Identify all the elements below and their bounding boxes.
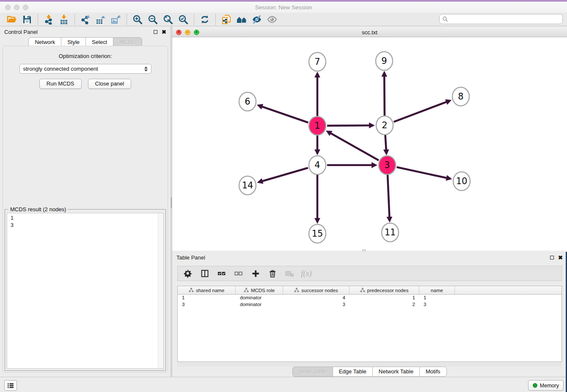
graph-edge-2-9[interactable]: [384, 73, 385, 116]
toolbar-separator: [74, 14, 75, 25]
sort-hierarchy-icon: [189, 288, 194, 293]
zoom-selected-button[interactable]: [176, 14, 191, 25]
optimization-criterion-label: Optimization criterion:: [3, 53, 168, 59]
graph-node-3[interactable]: 3: [379, 156, 396, 174]
graph-node-15[interactable]: 15: [309, 224, 326, 243]
graph-edge-2-3[interactable]: [385, 135, 386, 153]
search-box[interactable]: [439, 14, 563, 24]
svg-text:1: 1: [314, 121, 320, 131]
table-tabs: Node TableEdge TableNetwork TableMotifs: [172, 367, 567, 377]
table-panel-title: Table Panel: [176, 254, 205, 261]
graph-edge-1-2[interactable]: [327, 125, 373, 126]
graph-edge-2-8[interactable]: [394, 101, 450, 122]
column-header-predecessor-nodes[interactable]: predecessor nodes: [350, 286, 419, 294]
column-header-MCDS-role[interactable]: MCDS role: [236, 286, 283, 294]
graph-node-14[interactable]: 14: [239, 176, 256, 195]
graph-edge-4-14[interactable]: [259, 168, 308, 182]
table-cell[interactable]: 3: [283, 301, 350, 308]
import-table-button[interactable]: [56, 14, 72, 25]
column-header-successor-nodes[interactable]: successor nodes: [283, 286, 350, 294]
table-cell[interactable]: 3: [178, 301, 236, 308]
graph-node-1[interactable]: 1: [309, 116, 326, 135]
graph-node-8[interactable]: 8: [452, 87, 469, 106]
tab-edge-table[interactable]: Edge Table: [333, 367, 373, 377]
hide-selected-button[interactable]: [249, 14, 264, 25]
table-cell[interactable]: 1: [419, 295, 455, 301]
add-row-button[interactable]: [250, 268, 261, 279]
delete-table-button: [284, 268, 295, 279]
delete-table-icon: [285, 269, 294, 278]
export-network-button[interactable]: [78, 14, 93, 25]
graph-node-2[interactable]: 2: [376, 116, 393, 135]
zoom-in-icon: [132, 14, 143, 25]
close-panel-button[interactable]: Close panel: [88, 79, 132, 89]
float-panel-icon[interactable]: [154, 30, 157, 34]
table-cell[interactable]: 1: [178, 295, 236, 301]
float-table-panel-icon[interactable]: [550, 256, 554, 259]
table-cell[interactable]: 3: [419, 301, 455, 308]
graph-edge-3-10[interactable]: [396, 167, 450, 179]
close-table-panel-icon[interactable]: ✖: [558, 255, 563, 260]
graph-node-10[interactable]: 10: [453, 172, 470, 190]
hide-selected-icon: [252, 14, 262, 25]
mcds-result-text[interactable]: 13: [7, 213, 164, 369]
task-history-button[interactable]: [4, 380, 17, 391]
tab-network-table[interactable]: Network Table: [372, 367, 420, 377]
delete-row-button[interactable]: [267, 268, 278, 279]
export-image-icon: [111, 14, 121, 25]
table-cell[interactable]: dominator: [236, 295, 283, 301]
save-session-button[interactable]: [19, 14, 35, 25]
table-row[interactable]: 3dominator323: [178, 301, 561, 308]
run-mcds-button[interactable]: Run MCDS: [39, 79, 82, 89]
optimization-criterion-select[interactable]: strongly connected component: [19, 64, 151, 74]
add-row-icon: [251, 269, 260, 278]
search-input[interactable]: [448, 15, 562, 23]
graph-node-7[interactable]: 7: [309, 52, 326, 71]
table-cell[interactable]: 1: [350, 295, 419, 301]
table-cell[interactable]: 4: [283, 295, 350, 301]
zoom-out-button[interactable]: [145, 14, 160, 25]
zoom-fit-icon: [163, 14, 173, 25]
svg-text:3: 3: [384, 160, 390, 170]
graph-node-4[interactable]: 4: [309, 156, 326, 174]
select-all-button[interactable]: [217, 268, 227, 279]
apply-layout-button[interactable]: [197, 14, 212, 25]
unselect-all-button[interactable]: [234, 268, 244, 279]
export-image-button[interactable]: [108, 14, 124, 25]
window-title: Session: New Session: [0, 4, 567, 11]
svg-text:8: 8: [458, 91, 463, 102]
graph-node-9[interactable]: 9: [376, 52, 393, 70]
table-cell[interactable]: dominator: [236, 301, 283, 308]
delete-row-icon: [268, 269, 277, 278]
clone-network-button[interactable]: [219, 14, 234, 25]
network-window-titlebar[interactable]: × − + scc.txt: [172, 28, 567, 37]
app-titlebar: Session: New Session: [0, 2, 567, 13]
column-header-shared-name[interactable]: shared name: [178, 286, 236, 294]
splitter-grip[interactable]: [171, 197, 172, 208]
tab-motifs[interactable]: Motifs: [419, 367, 447, 377]
column-header-name[interactable]: name: [419, 286, 455, 294]
graph-edge-3-1[interactable]: [328, 132, 379, 160]
graph-node-6[interactable]: 6: [239, 92, 256, 111]
zoom-in-button[interactable]: [130, 14, 145, 25]
table-cell[interactable]: 2: [350, 301, 419, 308]
graph-node-11[interactable]: 11: [382, 223, 399, 242]
result-scrollbar[interactable]: [158, 213, 163, 368]
sort-hierarchy-icon: [294, 288, 299, 293]
graph-edge-3-11[interactable]: [388, 175, 390, 221]
import-network-button[interactable]: [41, 14, 56, 25]
close-panel-icon[interactable]: ✖: [162, 29, 166, 35]
export-table-button[interactable]: [93, 14, 108, 25]
tab-node-table[interactable]: Node Table: [292, 367, 333, 377]
network-canvas[interactable]: 1234678910111415: [172, 37, 566, 250]
column-label: shared name: [196, 288, 224, 293]
table-row[interactable]: 1dominator411: [178, 295, 561, 301]
open-folder-button[interactable]: [4, 14, 19, 25]
column-layout-button[interactable]: [200, 268, 210, 279]
network-window-title: scc.txt: [172, 29, 567, 36]
gear-button[interactable]: [183, 268, 193, 279]
graph-edge-1-6[interactable]: [259, 105, 308, 122]
zoom-fit-button[interactable]: [160, 14, 176, 25]
memory-button[interactable]: Memory: [528, 380, 564, 391]
first-neighbors-button[interactable]: [234, 14, 249, 25]
